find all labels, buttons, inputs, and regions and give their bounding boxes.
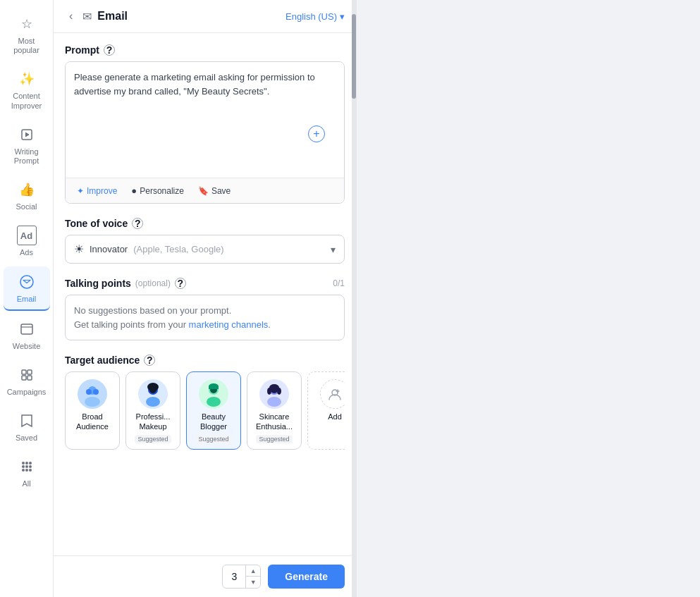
main-panel: ‹ ✉ Email English (US) ▾ Prompt ? Please… bbox=[54, 0, 357, 597]
svg-rect-7 bbox=[27, 376, 32, 380]
audience-label: Target audience bbox=[65, 355, 140, 366]
sidebar-item-campaigns[interactable]: Campaigns bbox=[4, 359, 50, 402]
svg-rect-4 bbox=[22, 370, 26, 374]
sidebar-item-ads[interactable]: Ad Ads bbox=[4, 220, 50, 263]
prompt-textarea[interactable]: Please generate a marketing email asking… bbox=[66, 62, 344, 175]
back-button[interactable]: ‹ bbox=[65, 8, 77, 24]
svg-point-35 bbox=[267, 397, 281, 407]
header: ‹ ✉ Email English (US) ▾ bbox=[54, 0, 356, 33]
talking-section: Talking points (optional) ? 0/1 No sugge… bbox=[65, 278, 345, 340]
generate-button[interactable]: Generate bbox=[268, 565, 345, 589]
sidebar-item-website[interactable]: Website bbox=[4, 314, 50, 357]
tone-help-icon[interactable]: ? bbox=[132, 218, 143, 229]
marketing-channels-link[interactable]: marketing channels bbox=[189, 319, 269, 330]
tone-chevron-icon: ▾ bbox=[331, 244, 336, 255]
audience-badge-skincare: Suggested bbox=[256, 435, 292, 443]
audience-name-beauty-blogger: Beauty Blogger bbox=[191, 412, 236, 432]
improve-button[interactable]: ✦ Improve bbox=[74, 185, 120, 197]
page-title: Email bbox=[97, 10, 280, 23]
personalize-icon: ● bbox=[131, 185, 137, 196]
svg-point-21 bbox=[93, 389, 99, 395]
tone-label-row: Tone of voice ? bbox=[65, 218, 345, 229]
sidebar-item-email[interactable]: Email bbox=[4, 266, 50, 311]
svg-point-13 bbox=[29, 465, 32, 468]
svg-point-29 bbox=[207, 397, 221, 407]
audience-card-broad[interactable]: Broad Audience bbox=[65, 371, 120, 450]
sidebar-item-social[interactable]: 👍 Social bbox=[4, 174, 50, 217]
scroll-bar bbox=[352, 0, 356, 597]
audience-card-add[interactable]: Add bbox=[307, 371, 345, 450]
personalize-button[interactable]: ● Personalize bbox=[128, 184, 187, 197]
sidebar-label-ads: Ads bbox=[20, 248, 33, 257]
audience-help-icon[interactable]: ? bbox=[144, 355, 155, 366]
sidebar-item-writing-prompt[interactable]: Writing Prompt bbox=[4, 119, 50, 171]
language-selector[interactable]: English (US) ▾ bbox=[285, 11, 345, 22]
website-icon bbox=[17, 319, 37, 339]
content-area: Prompt ? Please generate a marketing ema… bbox=[54, 33, 356, 555]
audience-avatar-beauty-blogger bbox=[199, 379, 228, 409]
tone-section: Tone of voice ? ☀ Innovator (Apple, Tesl… bbox=[65, 218, 345, 264]
right-area bbox=[357, 0, 700, 597]
audience-name-broad: Broad Audience bbox=[70, 412, 115, 432]
svg-rect-6 bbox=[22, 376, 26, 380]
sidebar-item-saved[interactable]: Saved bbox=[4, 405, 50, 448]
sidebar-item-all[interactable]: All bbox=[4, 451, 50, 494]
sidebar-label-email: Email bbox=[17, 295, 37, 304]
sidebar: ☆ Most popular ✨ Content Improver Writin… bbox=[0, 0, 54, 597]
prompt-help-icon[interactable]: ? bbox=[104, 44, 115, 56]
sidebar-label-all: All bbox=[22, 479, 30, 488]
count-input[interactable]: 3 ▲ ▼ bbox=[222, 565, 261, 589]
audience-section: Target audience ? Broad Au bbox=[65, 355, 345, 450]
svg-point-19 bbox=[85, 397, 100, 407]
svg-point-20 bbox=[86, 389, 92, 395]
audience-card-pro-makeup[interactable]: Professi... Makeup Suggested bbox=[125, 371, 180, 450]
count-down-button[interactable]: ▼ bbox=[246, 577, 260, 588]
audience-name-add: Add bbox=[328, 412, 342, 421]
talking-label-row: Talking points (optional) ? bbox=[65, 278, 186, 289]
audience-avatar-broad bbox=[78, 379, 107, 409]
prompt-box: Please generate a marketing email asking… bbox=[65, 61, 345, 204]
talking-help-icon[interactable]: ? bbox=[175, 278, 186, 289]
audience-card-skincare[interactable]: Skincare Enthusia... Suggested bbox=[247, 371, 302, 450]
audience-badge-pro-makeup: Suggested bbox=[135, 435, 171, 443]
tone-icon: ☀ bbox=[74, 242, 84, 256]
add-avatar bbox=[320, 379, 345, 409]
prompt-label-row: Prompt ? bbox=[65, 44, 345, 56]
svg-rect-5 bbox=[27, 370, 32, 374]
audience-cards: Broad Audience Professi. bbox=[65, 371, 345, 450]
count-up-button[interactable]: ▲ bbox=[246, 565, 260, 577]
talking-get-text: Get talking points from your bbox=[74, 319, 189, 330]
svg-point-38 bbox=[267, 388, 271, 395]
header-email-icon: ✉ bbox=[82, 10, 92, 23]
saved-icon bbox=[17, 411, 37, 431]
prompt-section: Prompt ? Please generate a marketing ema… bbox=[65, 44, 345, 204]
sidebar-label-social: Social bbox=[16, 202, 37, 211]
tone-name: Innovator bbox=[90, 244, 128, 254]
talking-no-suggestions: No suggestions based on your prompt. bbox=[74, 305, 231, 316]
audience-card-beauty-blogger[interactable]: Beauty Blogger Suggested bbox=[186, 371, 241, 450]
svg-point-39 bbox=[277, 388, 281, 395]
audience-avatar-pro-makeup bbox=[138, 379, 168, 409]
sidebar-item-content-improver[interactable]: ✨ Content Improver bbox=[4, 63, 50, 116]
svg-point-26 bbox=[147, 383, 159, 391]
count-arrows: ▲ ▼ bbox=[245, 565, 260, 588]
tone-selector[interactable]: ☀ Innovator (Apple, Tesla, Google) ▾ bbox=[65, 235, 345, 264]
save-button[interactable]: 🔖 Save bbox=[195, 185, 233, 197]
star-icon: ☆ bbox=[17, 14, 37, 34]
sidebar-item-most-popular[interactable]: ☆ Most popular bbox=[4, 8, 50, 61]
svg-rect-2 bbox=[21, 324, 32, 334]
all-icon bbox=[17, 457, 37, 476]
audience-name-skincare: Skincare Enthusia... bbox=[252, 412, 297, 432]
scroll-thumb[interactable] bbox=[352, 14, 356, 99]
talking-header: Talking points (optional) ? 0/1 bbox=[65, 278, 345, 289]
language-chevron-icon: ▾ bbox=[340, 11, 345, 22]
audience-name-pro-makeup: Professi... Makeup bbox=[130, 412, 176, 432]
sidebar-label-campaigns: Campaigns bbox=[7, 388, 47, 397]
plus-button[interactable]: + bbox=[308, 125, 325, 142]
count-value: 3 bbox=[223, 567, 245, 586]
svg-point-8 bbox=[22, 462, 25, 464]
svg-point-16 bbox=[29, 469, 32, 472]
ad-icon: Ad bbox=[17, 226, 37, 245]
svg-point-10 bbox=[29, 462, 32, 464]
talking-link-suffix: . bbox=[268, 319, 271, 330]
